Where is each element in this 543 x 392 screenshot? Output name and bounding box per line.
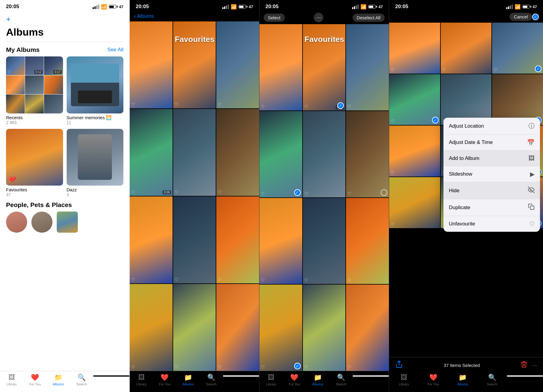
person-item-1[interactable]	[6, 212, 27, 233]
person-item-3[interactable]	[57, 212, 78, 233]
tab-search-1[interactable]: 🔍 Search	[70, 374, 93, 386]
bottom-bar-4: 37 Items Selected ··· 🖼 Library ❤️ For Y…	[389, 357, 543, 392]
tab-search-4[interactable]: 🔍 Search	[478, 374, 507, 386]
tab-albums-3[interactable]: 📁 Albums	[306, 374, 329, 386]
tab-library-1[interactable]: 🖼 Library	[0, 374, 23, 386]
tab-label-albums-3: Albums	[312, 382, 323, 386]
back-button-2[interactable]: ‹ Albums	[134, 13, 154, 20]
wifi-icon-1: 📶	[101, 4, 107, 10]
photo-cell-3-6[interactable]: ♡	[346, 111, 389, 197]
photo-cell-4-1[interactable]: ♡	[389, 23, 440, 74]
cancel-button-4[interactable]: Cancel	[510, 13, 532, 21]
tab-library-2[interactable]: 🖼 Library	[130, 374, 153, 386]
delete-button-4[interactable]	[520, 361, 528, 370]
status-bar-3: 20:05 📶 47	[259, 0, 389, 11]
tab-albums-2[interactable]: 📁 Albums	[176, 374, 200, 386]
tab-foryou-1[interactable]: ❤️ For You	[23, 374, 46, 386]
select-button-3[interactable]: Select	[264, 14, 285, 22]
heart-icon-2-3: ♡	[218, 102, 222, 107]
album-thumb-favs: ❤️	[6, 129, 63, 186]
add-button[interactable]: +	[6, 13, 123, 26]
photo-cell-2-9[interactable]: ♡	[216, 196, 259, 283]
more-button-4[interactable]: ···	[532, 362, 537, 369]
ctx-duplicate[interactable]: Duplicate	[443, 199, 540, 216]
page-title-1: Albums	[6, 26, 123, 40]
ctx-adjust-location[interactable]: Adjust Location ⓘ	[443, 118, 540, 135]
heart-icon-2-10: ♡	[131, 365, 135, 369]
albums-icon-1: 📁	[54, 374, 62, 381]
photo-cell-4-4[interactable]: ♡✓	[389, 74, 440, 125]
heart-icon-2-6: ♡	[218, 190, 222, 194]
albums-icon-4: 📁	[459, 374, 467, 381]
photo-cell-3-9[interactable]: ♡	[346, 198, 389, 284]
ctx-slideshow[interactable]: Slideshow ▶	[443, 166, 540, 182]
tab-label-search-4: Search	[487, 382, 497, 386]
play-icon: ▶	[530, 171, 535, 178]
signal-icon-4	[506, 5, 513, 9]
tab-library-4[interactable]: 🖼 Library	[389, 374, 419, 386]
albums-header: + Albums	[0, 11, 129, 42]
photo-cell-2-7[interactable]: ♡	[130, 196, 173, 283]
tab-search-2[interactable]: 🔍 Search	[200, 374, 223, 386]
photo-cell-3-8[interactable]: ♡	[303, 198, 346, 284]
album-name-recents: Recents	[6, 113, 63, 120]
person-avatar-2	[31, 212, 52, 233]
photo-cell-3-5[interactable]: ♡	[303, 111, 346, 197]
photo-cell-3-10[interactable]: ♡✓	[259, 285, 302, 371]
photo-cell-3-11[interactable]: ♡	[303, 285, 346, 371]
photo-cell-2-10[interactable]: ♡	[130, 284, 173, 371]
photo-cell-3-7[interactable]: ♡	[259, 198, 302, 284]
photo-cell-2-5[interactable]: ♡	[173, 109, 216, 196]
photo-cell-2-6[interactable]: ♡	[216, 109, 259, 196]
person-item-2[interactable]	[31, 212, 52, 233]
photo-cell-3-4[interactable]: ♡✓	[259, 111, 302, 197]
status-bar-2: 20:05 📶 47	[130, 0, 259, 11]
photo-cell-4-3[interactable]: ♡✓	[492, 23, 543, 74]
ctx-add-to-album[interactable]: Add to Album 🖼	[443, 151, 540, 166]
photo-cell-4-7[interactable]: ♡	[389, 126, 440, 177]
see-all-button[interactable]: See All	[107, 47, 123, 53]
tab-albums-4[interactable]: 📁 Albums	[448, 374, 478, 386]
action-bar-4: 37 Items Selected ···	[389, 357, 543, 372]
tab-search-3[interactable]: 🔍 Search	[329, 374, 353, 386]
deselect-button-3[interactable]: Deselect All	[353, 14, 385, 22]
heart-icon-2-12: ♡	[218, 365, 222, 369]
tab-albums-1[interactable]: 📁 Albums	[47, 374, 70, 386]
search-icon-3: 🔍	[337, 374, 345, 381]
checkmark-4-4: ✓	[432, 117, 439, 123]
photo-cell-2-8[interactable]: ♡	[173, 196, 216, 283]
hide-icon	[528, 186, 535, 195]
ctx-hide[interactable]: Hide	[443, 182, 540, 199]
ctx-adjust-datetime[interactable]: Adjust Date & Time 📅	[443, 135, 540, 151]
album-item-summer[interactable]: Summer memories 🌅 11	[67, 56, 124, 125]
tabbar-1: 🖼 Library ❤️ For You 📁 Albums 🔍 Search	[0, 371, 129, 392]
tabbar-2: 🖼 Library ❤️ For You 📁 Albums 🔍 Search	[130, 371, 259, 392]
tab-foryou-4[interactable]: ❤️ For You	[419, 374, 448, 386]
dur-2-4: 0:09	[163, 190, 171, 194]
more-button-3[interactable]: ···	[314, 13, 323, 22]
tab-label-albums-2: Albums	[183, 382, 194, 386]
tab-foryou-3[interactable]: ❤️ For You	[283, 374, 306, 386]
photo-cell-2-4[interactable]: ♡0:09	[130, 109, 173, 196]
checkmark-3-4: ✓	[294, 189, 301, 196]
tab-foryou-2[interactable]: ❤️ For You	[153, 374, 176, 386]
photo-cell-4-2[interactable]: ♡	[441, 23, 492, 74]
wifi-icon-2: 📶	[231, 4, 237, 10]
svg-rect-1	[530, 206, 534, 209]
album-item-dazz[interactable]: Dazz 3	[67, 129, 124, 197]
person-avatar-1	[6, 212, 27, 233]
photo-cell-2-12[interactable]: ♡	[216, 284, 259, 371]
heart-icon-2-4: ♡	[131, 190, 135, 194]
phone3-screen: 20:05 📶 47 Select ··· Deselect All Favou…	[259, 0, 389, 392]
albums-icon-2: 📁	[184, 374, 192, 381]
album-thumb-dazz	[67, 129, 124, 186]
album-item-favs[interactable]: ❤️ Favourites 37	[6, 129, 63, 197]
tab-library-3[interactable]: 🖼 Library	[259, 374, 283, 386]
photo-cell-2-11[interactable]: ♡	[173, 284, 216, 371]
album-item-recents[interactable]: ♡ 0:12 0:17 ♡ ♡ Recents 2 463	[6, 56, 63, 125]
home-indicator-3	[353, 375, 389, 377]
ctx-unfavourite[interactable]: Unfavourite ♡	[443, 216, 540, 232]
photo-cell-3-12[interactable]: ♡	[346, 285, 389, 371]
photo-cell-4-10[interactable]: ♡	[389, 177, 440, 228]
share-button-4[interactable]	[395, 360, 403, 370]
